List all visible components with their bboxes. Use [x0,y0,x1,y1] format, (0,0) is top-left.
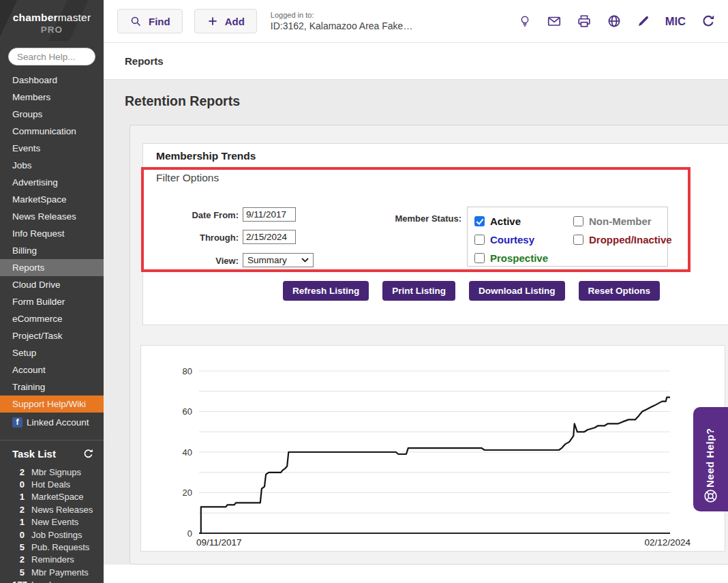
status-active-checkbox[interactable] [474,216,485,226]
date-from-label: Date From: [162,210,239,220]
sidebar-divider [0,440,104,440]
sidebar-item-training[interactable]: Training [0,378,104,395]
view-select[interactable]: Summary [243,253,314,267]
find-label: Find [149,16,170,27]
sidebar-item-label: MarketSpace [12,194,67,205]
sidebar-item-label: Dashboard [12,75,57,85]
membership-trends-card: Membership Trends Filter Options Date Fr… [142,143,728,325]
mail-icon[interactable] [547,14,562,29]
sidebar-item-label: Support Help/Wiki [12,399,86,409]
sidebar-item-dashboard[interactable]: Dashboard [0,72,104,89]
sidebar-item-cloud-drive[interactable]: Cloud Drive [0,276,104,293]
app-window: chambermaster PRO DashboardMembersGroups… [0,0,728,583]
brand-tier: PRO [0,25,104,35]
sidebar-item-label: Groups [12,109,42,119]
logged-in-info: Logged in to: ID:3162, Kalamazoo Area Fa… [271,10,413,32]
reset-options-button[interactable]: Reset Options [579,281,661,301]
need-help-tab[interactable]: Need Help? [693,407,728,511]
sidebar-item-groups[interactable]: Groups [0,106,104,123]
task-item-hot-deals[interactable]: 0Hot Deals [0,478,104,490]
search-help-input[interactable] [8,48,95,65]
task-item-leads[interactable]: 177Leads [0,579,104,583]
task-count: 177 [12,580,25,583]
svg-text:80: 80 [183,366,192,376]
status-non-member-checkbox[interactable] [573,216,583,226]
sidebar-item-label: Events [12,143,40,153]
task-count: 5 [12,542,25,552]
sidebar-item-support-help-wiki[interactable]: Support Help/Wiki [0,395,104,413]
breadcrumb: Reports [125,55,164,67]
sidebar-item-billing[interactable]: Billing [0,242,104,259]
sidebar-item-events[interactable]: Events [0,140,104,157]
sidebar-item-label: News Releases [12,211,76,222]
task-item-mbr-signups[interactable]: 2Mbr Signups [0,466,104,478]
task-count: 2 [12,505,25,515]
sidebar-item-news-releases[interactable]: News Releases [0,208,104,225]
task-label: Hot Deals [31,479,70,490]
pencil-icon[interactable] [637,14,650,28]
add-button[interactable]: Add [194,9,257,33]
logged-in-value: ID:3162, Kalamazoo Area Fake… [271,20,413,32]
sidebar-item-project-task[interactable]: Project/Task [0,327,104,344]
sidebar-item-account[interactable]: Account [0,361,104,378]
sidebar-item-linked-account[interactable]: fLinked Account [0,413,104,432]
brand-name: chambermaster [0,12,104,24]
lightbulb-icon[interactable] [518,14,532,28]
task-item-job-postings[interactable]: 0Job Postings [0,528,104,541]
sidebar: chambermaster PRO DashboardMembersGroups… [0,0,104,583]
date-from-input[interactable] [243,207,296,222]
task-item-reminders[interactable]: 2Reminders [0,554,104,566]
task-refresh-icon[interactable] [82,448,94,460]
sidebar-item-ecommerce[interactable]: eCommerce [0,310,104,327]
svg-text:60: 60 [183,406,192,417]
sidebar-item-members[interactable]: Members [0,89,104,106]
status-row-courtesy[interactable]: Courtesy [474,233,534,246]
find-button[interactable]: Find [117,9,183,33]
status-courtesy-label[interactable]: Courtesy [490,234,534,245]
through-input[interactable] [243,230,296,244]
sidebar-item-label: Billing [12,245,37,256]
download-listing-button[interactable]: Download Listing [469,281,565,301]
brand-name-bold: chamber [13,12,58,23]
task-label: Pub. Requests [31,542,89,552]
status-dropped-inactive-label[interactable]: Dropped/Inactive [589,234,672,245]
printer-icon[interactable] [577,14,592,29]
print-listing-button[interactable]: Print Listing [382,281,455,301]
status-row-active[interactable]: Active [474,214,521,228]
task-item-mbr-payments[interactable]: 5Mbr Payments [0,566,104,578]
sidebar-item-label: Account [12,365,46,375]
sidebar-item-advertising[interactable]: Advertising [0,174,104,191]
status-prospective-checkbox[interactable] [474,253,485,263]
status-prospective-label[interactable]: Prospective [490,252,548,264]
status-row-prospective[interactable]: Prospective [474,251,548,265]
status-active-label[interactable]: Active [490,215,521,227]
sidebar-item-jobs[interactable]: Jobs [0,157,104,174]
sidebar-item-form-builder[interactable]: Form Builder [0,293,104,310]
status-courtesy-checkbox[interactable] [474,235,485,245]
globe-icon[interactable] [607,14,622,29]
task-item-new-events[interactable]: 1New Events [0,516,104,528]
filter-options-label: Filter Options [156,172,219,184]
refresh-icon[interactable] [701,14,716,29]
refresh-listing-button[interactable]: Refresh Listing [283,281,369,301]
sidebar-item-communication[interactable]: Communication [0,123,104,140]
task-item-marketspace[interactable]: 1MarketSpace [0,491,104,503]
status-dropped-inactive-checkbox[interactable] [573,235,583,245]
svg-text:0: 0 [187,528,192,539]
status-non-member-label[interactable]: Non-Member [589,215,652,227]
task-count: 1 [12,517,25,527]
mic-label[interactable]: MIC [665,15,686,28]
sidebar-item-setup[interactable]: Setup [0,344,104,361]
task-count: 0 [12,479,25,490]
member-status-group: ActiveCourtesyProspectiveNon-MemberDropp… [467,207,668,267]
status-row-non-member[interactable]: Non-Member [573,214,652,228]
sidebar-item-marketspace[interactable]: MarketSpace [0,191,104,208]
task-item-news-releases[interactable]: 2News Releases [0,503,104,515]
sidebar-item-info-request[interactable]: Info Request [0,225,104,242]
sidebar-item-reports[interactable]: Reports [0,259,104,276]
breadcrumb-bar: Reports [104,43,728,80]
add-label: Add [225,16,245,27]
task-count: 0 [12,530,25,540]
status-row-dropped-inactive[interactable]: Dropped/Inactive [573,233,672,246]
task-item-pub-requests[interactable]: 5Pub. Requests [0,541,104,553]
